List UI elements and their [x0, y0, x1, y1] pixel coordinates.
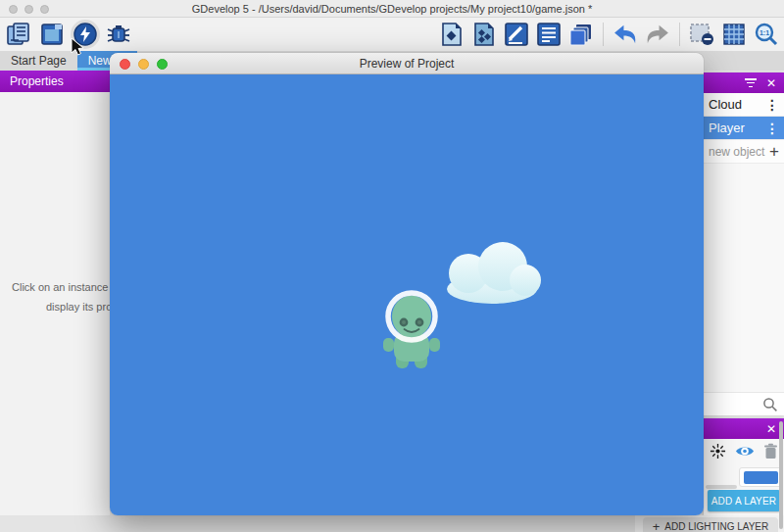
- object-name: Cloud: [709, 97, 742, 112]
- object-groups-icon: [472, 22, 496, 47]
- redo-button[interactable]: [644, 21, 671, 48]
- properties-hint-line1: Click on an instance in: [12, 281, 110, 293]
- objects-editor-button[interactable]: [438, 21, 466, 48]
- start-page-button[interactable]: [38, 21, 66, 48]
- filter-icon[interactable]: [745, 78, 757, 87]
- add-lighting-layer-button[interactable]: + ADD LIGHTING LAYER: [643, 517, 778, 532]
- scene-properties-button[interactable]: [503, 21, 530, 48]
- preview-title: Preview of Project: [360, 57, 455, 71]
- instances-list-icon: [537, 23, 561, 46]
- search-icon: [762, 397, 778, 412]
- object-row-cloud[interactable]: Cloud ⋮: [704, 93, 784, 117]
- undo-button[interactable]: [612, 21, 639, 48]
- layer-row-controls: [704, 439, 784, 463]
- properties-hint-line2: display its prop: [46, 301, 110, 313]
- zoom-options-icon: 1:1: [754, 22, 779, 47]
- scene-properties-icon: [505, 23, 528, 46]
- redo-icon: [644, 22, 671, 47]
- instances-list-button[interactable]: [535, 21, 563, 48]
- close-window-icon[interactable]: [9, 5, 18, 14]
- window-controls[interactable]: [9, 5, 49, 14]
- layer-visibility-icon[interactable]: [735, 444, 755, 459]
- toolbar-left-group: [0, 21, 132, 48]
- app-title: GDevelop 5 - /Users/david/Documents/GDev…: [192, 3, 592, 15]
- minimize-preview-icon[interactable]: [138, 59, 149, 70]
- object-name: Player: [709, 121, 745, 135]
- toggle-grid-icon: [722, 23, 746, 46]
- plus-icon: +: [653, 519, 661, 532]
- toolbar-separator: [603, 23, 604, 46]
- game-scene: [110, 74, 704, 515]
- svg-text:1:1: 1:1: [760, 29, 769, 36]
- layers-panel-header: ✕: [704, 418, 784, 439]
- minimize-window-icon[interactable]: [24, 5, 33, 14]
- layer-delete-icon[interactable]: [763, 443, 778, 459]
- kebab-menu-icon[interactable]: ⋮: [765, 97, 779, 113]
- plus-icon: +: [769, 142, 779, 162]
- object-row-player[interactable]: Player ⋮: [704, 117, 784, 140]
- objects-panel-header: ✕: [704, 73, 784, 93]
- layer-name-input[interactable]: [739, 467, 782, 487]
- mouse-cursor: [71, 37, 86, 57]
- add-object-row[interactable]: new object +: [704, 140, 784, 164]
- project-manager-icon: [6, 22, 31, 47]
- zoom-options-button[interactable]: 1:1: [753, 21, 780, 48]
- add-object-label: new object: [709, 145, 764, 159]
- kebab-menu-icon[interactable]: ⋮: [765, 121, 779, 136]
- toggle-mask-icon: [689, 23, 714, 46]
- preview-window-controls: [120, 59, 168, 70]
- horizontal-scrollbar[interactable]: [706, 485, 737, 489]
- close-icon[interactable]: ✕: [766, 77, 776, 89]
- toggle-mask-button[interactable]: [688, 21, 715, 48]
- objects-panel: ✕ Cloud ⋮ Player ⋮ new object +: [704, 73, 784, 415]
- object-groups-button[interactable]: [470, 21, 498, 48]
- objects-editor-icon: [440, 22, 464, 47]
- add-lighting-layer-label: ADD LIGHTING LAYER: [664, 521, 768, 532]
- cloud-sprite: [447, 242, 541, 304]
- layer-effects-icon[interactable]: [710, 443, 726, 459]
- maximize-window-icon[interactable]: [40, 5, 49, 14]
- object-search-input[interactable]: [704, 392, 784, 415]
- layer-name-selection: [744, 471, 778, 484]
- properties-panel: Properties Click on an instance in displ…: [0, 71, 110, 515]
- properties-panel-title: Properties: [10, 74, 64, 88]
- preview-window: Preview of Project: [110, 53, 704, 515]
- close-icon[interactable]: ✕: [766, 423, 776, 435]
- main-toolbar: 1:1: [0, 18, 784, 51]
- debugger-icon: [106, 22, 131, 47]
- tab-start-page[interactable]: Start Page: [0, 51, 77, 71]
- vertical-scrollbar[interactable]: [779, 421, 783, 529]
- layers-editor-button[interactable]: [567, 21, 595, 48]
- add-layer-button[interactable]: ADD A LAYER: [708, 490, 780, 511]
- toolbar-separator: [679, 23, 680, 46]
- undo-icon: [612, 22, 639, 47]
- debugger-button[interactable]: [105, 21, 132, 48]
- properties-panel-header[interactable]: Properties: [0, 71, 110, 92]
- preview-titlebar[interactable]: Preview of Project: [110, 53, 704, 74]
- toolbar-right-group: 1:1: [438, 18, 780, 51]
- start-page-icon: [39, 22, 65, 47]
- app-titlebar: GDevelop 5 - /Users/david/Documents/GDev…: [0, 0, 784, 18]
- screen: { "window": { "title": "GDevelop 5 - /Us…: [0, 0, 784, 532]
- close-preview-icon[interactable]: [120, 59, 130, 70]
- toggle-grid-button[interactable]: [720, 21, 748, 48]
- game-scene-canvas[interactable]: [110, 74, 704, 515]
- project-manager-button[interactable]: [5, 21, 32, 48]
- maximize-preview-icon[interactable]: [157, 59, 168, 70]
- layers-editor-icon: [568, 22, 594, 47]
